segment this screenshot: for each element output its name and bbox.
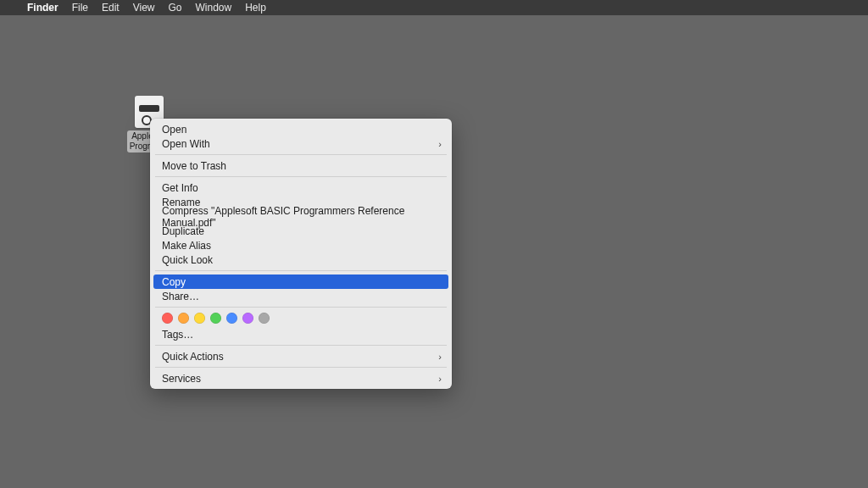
- tag-blue[interactable]: [226, 313, 237, 324]
- cm-copy[interactable]: Copy: [153, 274, 448, 289]
- tag-red[interactable]: [162, 313, 173, 324]
- cm-tags[interactable]: Tags…: [150, 327, 452, 341]
- cm-quick-look[interactable]: Quick Look: [150, 252, 452, 267]
- tag-gray[interactable]: [259, 313, 270, 324]
- cm-compress[interactable]: Compress "Applesoft BASIC Programmers Re…: [150, 209, 452, 224]
- cm-get-info-label: Get Info: [162, 182, 198, 194]
- chevron-right-icon: ›: [438, 139, 442, 149]
- separator: [155, 345, 447, 346]
- separator: [155, 176, 447, 177]
- cm-quick-actions-label: Quick Actions: [162, 351, 224, 363]
- separator: [155, 307, 447, 308]
- cm-get-info[interactable]: Get Info: [150, 180, 452, 195]
- cm-move-to-trash-label: Move to Trash: [162, 160, 226, 172]
- tag-green[interactable]: [210, 313, 221, 324]
- cm-services-label: Services: [162, 373, 201, 385]
- cm-tag-colors: [150, 311, 452, 327]
- cm-move-to-trash[interactable]: Move to Trash: [150, 158, 452, 173]
- cm-open-with-label: Open With: [162, 138, 210, 150]
- menubar: Finder File Edit View Go Window Help: [0, 0, 868, 15]
- context-menu: Open Open With› Move to Trash Get Info R…: [150, 119, 452, 389]
- cm-share-label: Share…: [162, 291, 199, 302]
- cm-copy-label: Copy: [162, 276, 186, 288]
- cm-services[interactable]: Services›: [150, 371, 452, 385]
- menu-edit[interactable]: Edit: [95, 2, 126, 14]
- separator: [155, 367, 447, 368]
- cm-quick-actions[interactable]: Quick Actions›: [150, 349, 452, 363]
- cm-duplicate[interactable]: Duplicate: [150, 224, 452, 238]
- cm-open[interactable]: Open: [150, 122, 452, 136]
- cm-open-with[interactable]: Open With›: [150, 136, 452, 151]
- tag-purple[interactable]: [242, 313, 253, 324]
- tag-yellow[interactable]: [194, 313, 205, 324]
- cm-quick-look-label: Quick Look: [162, 254, 213, 266]
- cm-share[interactable]: Share…: [150, 289, 452, 303]
- cm-make-alias[interactable]: Make Alias: [150, 238, 452, 252]
- cm-duplicate-label: Duplicate: [162, 225, 204, 237]
- menu-help[interactable]: Help: [238, 2, 273, 14]
- chevron-right-icon: ›: [438, 374, 442, 384]
- menu-window[interactable]: Window: [189, 2, 239, 14]
- menu-go[interactable]: Go: [162, 2, 189, 14]
- menu-view[interactable]: View: [126, 2, 162, 14]
- menubar-app-name[interactable]: Finder: [20, 2, 65, 14]
- chevron-right-icon: ›: [438, 352, 442, 362]
- cm-open-label: Open: [162, 124, 186, 136]
- menu-file[interactable]: File: [65, 2, 95, 14]
- separator: [155, 270, 447, 271]
- tag-orange[interactable]: [178, 313, 189, 324]
- separator: [155, 154, 447, 155]
- cm-tags-label: Tags…: [162, 329, 193, 341]
- cm-make-alias-label: Make Alias: [162, 240, 211, 252]
